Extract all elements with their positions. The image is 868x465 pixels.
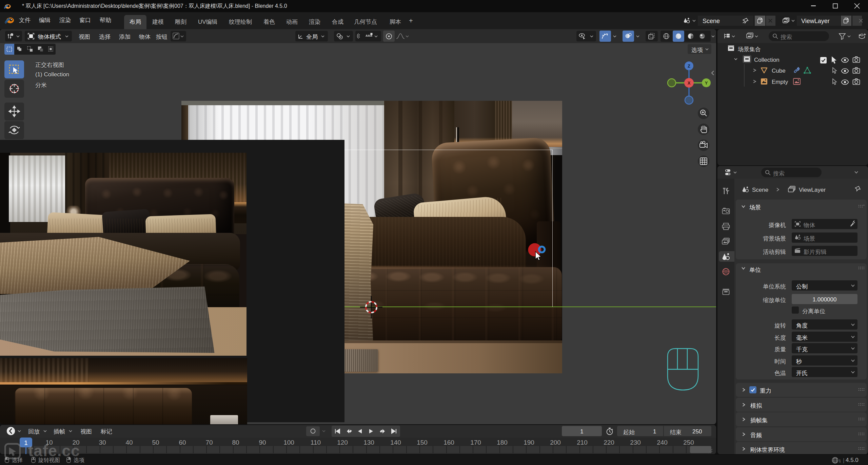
svg-text:Y: Y bbox=[705, 80, 708, 86]
svg-text:Z: Z bbox=[688, 63, 690, 69]
svg-text:X: X bbox=[688, 80, 691, 86]
